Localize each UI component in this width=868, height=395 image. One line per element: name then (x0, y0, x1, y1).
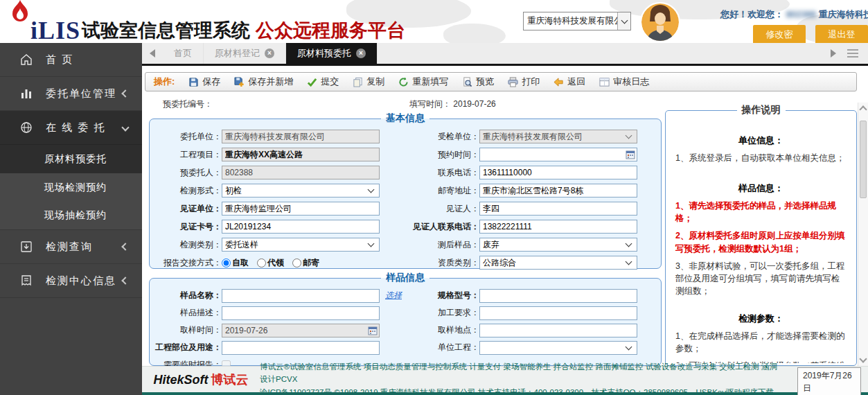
qualification-label: 资质类别： (402, 257, 479, 269)
button-label: 重新填写 (412, 76, 448, 88)
mail-address-field[interactable] (479, 184, 637, 198)
org-select[interactable]: 重庆海特科技发展有限公司 (523, 12, 631, 30)
sidebar-item-raw-material-precommission[interactable]: 原材料预委托 (0, 145, 142, 173)
spec-model-field[interactable] (479, 289, 637, 303)
button-label: 保存 (202, 76, 220, 88)
sidebar-item-online-commission[interactable]: 在 线 委 托 (0, 111, 142, 145)
contact-phone-field[interactable] (479, 166, 637, 179)
sampling-time-field[interactable] (222, 324, 380, 337)
sample-name-label: 样品名称： (155, 290, 222, 301)
witness-card-label: 见证卡号： (155, 221, 222, 233)
print-button[interactable]: 打印 (508, 76, 540, 88)
chevron-down-icon (626, 258, 632, 265)
footer-accent-bar (142, 392, 868, 395)
after-sample-select[interactable]: 废弃 (479, 238, 637, 252)
witness-label: 见证人： (402, 203, 479, 215)
test-form-select[interactable]: 初检 (222, 184, 380, 198)
sample-name-field[interactable] (222, 289, 380, 303)
appoint-time-label: 预约时间： (402, 149, 479, 161)
button-label: 返回 (567, 76, 585, 88)
radio-input[interactable] (222, 258, 231, 267)
sidebar-item-onsite-sampling-booking[interactable]: 现场抽检预约 (0, 202, 142, 230)
section-heading: 样品信息： (675, 182, 847, 195)
copy-button[interactable]: 复制 (353, 76, 384, 88)
scroll-up-icon[interactable] (859, 105, 867, 113)
sidebar-item-home[interactable]: 首 页 (0, 43, 142, 77)
change-password-button[interactable]: 修改密码 (753, 25, 806, 43)
world-map-decoration (443, 24, 506, 43)
sidebar-item-test-center-info[interactable]: 检测中心信息 (0, 264, 142, 298)
tab-label: 首页 (174, 47, 192, 60)
radio-mail[interactable]: 邮寄 (292, 257, 319, 269)
radio-input[interactable] (292, 258, 301, 267)
sidebar-item-test-query[interactable]: 检测查询 (0, 230, 142, 264)
tabs-scroll-left-button[interactable] (142, 43, 163, 64)
unit-project-select[interactable] (479, 341, 637, 355)
instruction-item: 1、在完成样品选择后，才能选择需要检测的参数； (675, 330, 847, 355)
test-category-select[interactable]: 委托送样 (222, 238, 380, 252)
back-button[interactable]: 返回 (553, 76, 585, 88)
close-icon[interactable]: × (356, 49, 366, 58)
save-button[interactable]: 保存 (188, 76, 220, 88)
sample-info-legend: 样品信息 (381, 272, 429, 284)
scrollbar-thumb[interactable] (860, 121, 867, 198)
chevron-down-icon[interactable] (617, 12, 630, 30)
witness-card-field[interactable] (222, 220, 380, 234)
calendar-icon[interactable] (626, 150, 635, 159)
project-label: 工程项目： (155, 149, 222, 161)
sidebar-subitem-label: 现场抽检预约 (44, 209, 107, 222)
contact-phone-label: 联系电话： (402, 167, 479, 179)
qualification-select[interactable]: 公路综合 (479, 256, 637, 270)
avatar[interactable] (640, 2, 680, 42)
brand-subtitle: 公众远程服务平台 (256, 21, 405, 42)
section-heading: 单位信息： (675, 134, 847, 147)
witness-unit-field[interactable] (222, 202, 380, 216)
footer: HitekSoft博试云 博试云®试验室信息管理系统 项目动态质量管理与控制系统… (142, 366, 868, 392)
main-content: 首页 原材料登记 × 原材料预委托 × 操作: 保存 保存并新增 提交 (142, 43, 868, 395)
tab-raw-material-register[interactable]: 原材料登记 × (204, 43, 286, 64)
radio-self-pickup[interactable]: 自取 (222, 257, 249, 269)
audit-log-button[interactable]: 审核日志 (599, 76, 649, 88)
radio-label: 邮寄 (303, 257, 319, 269)
mail-address-label: 邮寄地址： (402, 185, 479, 197)
basic-info-section: 基本信息 委托单位： 受检单位： 重庆海特科技发展有限公司 工程项目： 预约时间… (149, 112, 662, 269)
tab-label: 原材料预委托 (297, 47, 351, 60)
sampling-place-field[interactable] (479, 324, 637, 337)
instruction-item: 2、原材料委托多组时原则上应按单组分别填写预委托，检测组数默认为1组； (675, 229, 847, 254)
sample-choose-link[interactable]: 选择 (385, 290, 402, 301)
tab-list-icon[interactable] (847, 49, 858, 58)
save-and-new-button[interactable]: 保存并新增 (234, 76, 293, 88)
download-icon (19, 240, 33, 254)
sample-desc-field[interactable] (222, 306, 380, 320)
radio-proxy-pickup[interactable]: 代领 (257, 257, 284, 269)
sidebar-subitem-label: 现场检测预约 (44, 182, 107, 194)
sidebar-item-onsite-test-booking[interactable]: 现场检测预约 (0, 173, 142, 202)
close-icon[interactable]: × (265, 49, 274, 58)
button-label: 复制 (366, 76, 384, 88)
refresh-icon (398, 77, 409, 87)
rewrite-button[interactable]: 重新填写 (398, 76, 448, 88)
tab-raw-material-precommission[interactable]: 原材料预委托 × (286, 43, 378, 64)
client-unit-label: 委托单位： (155, 131, 222, 143)
calendar-icon[interactable] (368, 326, 378, 335)
select-value: 初检 (225, 185, 242, 197)
logout-button[interactable]: 退出登录 (815, 25, 868, 43)
sidebar-item-label: 在 线 委 托 (46, 121, 106, 134)
tab-home[interactable]: 首页 (163, 43, 204, 64)
check-icon (307, 77, 317, 87)
org-select-value: 重庆海特科技发展有限公司 (524, 15, 617, 27)
radio-input[interactable] (257, 258, 266, 267)
process-req-field[interactable] (479, 306, 637, 320)
witness-phone-field[interactable] (479, 220, 637, 234)
witness-field[interactable] (479, 202, 637, 216)
sidebar-item-client-unit-mgmt[interactable]: 委托单位管理 (0, 77, 142, 111)
chevron-down-icon (121, 123, 129, 131)
test-form-label: 检测形式： (155, 185, 222, 197)
project-part-field[interactable] (222, 341, 380, 355)
tabs-scroll-right-button[interactable] (831, 49, 836, 58)
instructions-body: 单位信息： 1、系统登录后，自动获取本单位相关信息； 样品信息： 1、请先选择预… (666, 119, 856, 363)
submit-button[interactable]: 提交 (307, 76, 339, 88)
preview-button[interactable]: 预览 (462, 76, 494, 88)
content-scrollbar[interactable] (858, 103, 868, 366)
appoint-time-field[interactable] (479, 148, 637, 161)
